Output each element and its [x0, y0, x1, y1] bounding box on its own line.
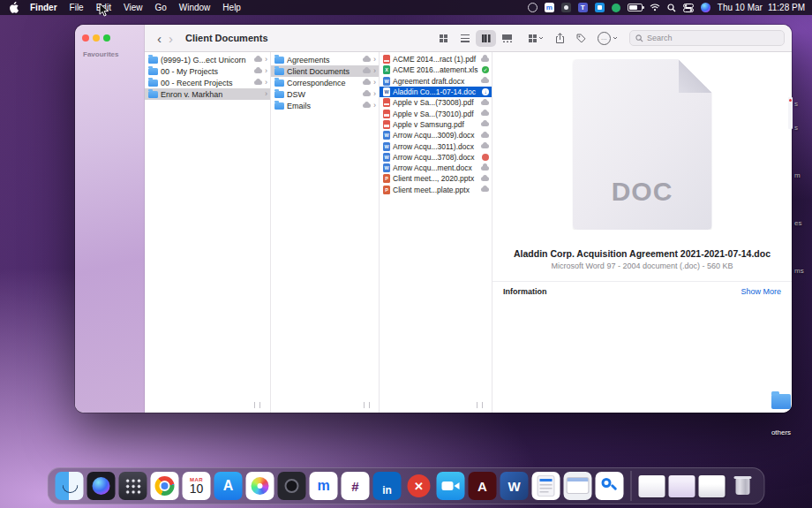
- desktop-folder-others-label[interactable]: others: [757, 428, 805, 436]
- column-resize-handle[interactable]: [477, 402, 483, 408]
- finder-sidebar: Favourites: [75, 25, 145, 413]
- desktop-folder-others-icon[interactable]: [771, 394, 791, 409]
- minimized-window-thumbnail[interactable]: [669, 475, 695, 497]
- show-more-link[interactable]: Show More: [741, 287, 781, 296]
- cloud-status-icon: [481, 177, 489, 181]
- green-app-status-icon[interactable]: [612, 4, 620, 12]
- desktop-icon-partial[interactable]: [788, 97, 793, 129]
- menu-help[interactable]: Help: [216, 0, 247, 15]
- close-button[interactable]: [82, 34, 89, 42]
- file-row[interactable]: Apple v Sa...(73008).pdf: [380, 97, 492, 108]
- menu-finder[interactable]: Finder: [24, 0, 64, 15]
- file-row[interactable]: Apple v Sa...(73010).pdf: [380, 108, 492, 118]
- file-row[interactable]: Apple v Samsung.pdf: [380, 119, 492, 130]
- file-label: Apple v Sa...(73010).pdf: [393, 110, 478, 118]
- finder-dock-icon[interactable]: [56, 472, 84, 500]
- file-row-selected[interactable]: W Aladdin Co...1-07-14.doc ↓: [380, 87, 492, 97]
- folder-row[interactable]: (9999-1) G...ect Unicorn ›: [145, 54, 270, 65]
- screen-record-icon[interactable]: [528, 3, 538, 12]
- photos-dock-icon[interactable]: [246, 472, 274, 500]
- window-app-dock-icon[interactable]: [564, 472, 592, 500]
- column-browser: (9999-1) G...ect Unicorn › 00 - My Proje…: [145, 52, 792, 413]
- file-label: Arrow Acqu...3009).docx: [393, 131, 478, 140]
- folder-row[interactable]: DSW ›: [271, 88, 379, 100]
- file-row[interactable]: P Client meet..., 2020.pptx: [380, 173, 492, 184]
- m-app-dock-icon[interactable]: m: [310, 472, 338, 500]
- sidebar-section-favourites: Favourites: [83, 50, 118, 58]
- view-list-button[interactable]: [455, 30, 475, 47]
- window-title: Client Documents: [185, 33, 268, 43]
- cloud-status-icon: [254, 80, 262, 85]
- apple-menu-icon[interactable]: [9, 2, 19, 13]
- folder-row[interactable]: Emails ›: [271, 100, 379, 111]
- cloud-status-icon: [481, 187, 489, 192]
- siri-icon[interactable]: [701, 3, 710, 12]
- folder-row[interactable]: Agreements ›: [271, 54, 379, 65]
- folder-row-selected[interactable]: Client Documents ›: [271, 65, 379, 77]
- blue-app-status-icon[interactable]: [595, 3, 605, 12]
- folder-row[interactable]: Correspondence ›: [271, 77, 379, 88]
- file-row[interactable]: P Client meet...plate.pptx: [380, 185, 492, 195]
- menu-view[interactable]: View: [117, 0, 149, 15]
- menu-bar-clock[interactable]: Thu 10 Mar 11:28 PM: [718, 3, 805, 12]
- file-row[interactable]: W Agreement draft.docx: [380, 76, 492, 87]
- file-row[interactable]: W Arrow Acqu...3708).docx: [380, 152, 492, 163]
- folder-row-selected[interactable]: Enron v. Markhan ›: [145, 88, 270, 100]
- menu-bar: Finder File Edit View Go Window Help m T: [0, 0, 812, 15]
- chrome-dock-icon[interactable]: [151, 472, 179, 500]
- menu-go[interactable]: Go: [148, 0, 172, 15]
- forward-button[interactable]: ›: [165, 32, 177, 45]
- tags-button[interactable]: [576, 34, 586, 43]
- share-button[interactable]: [555, 33, 565, 44]
- information-label: Information: [503, 287, 547, 296]
- siri-dock-icon[interactable]: [87, 472, 116, 500]
- column-resize-handle[interactable]: [364, 402, 370, 408]
- menu-window[interactable]: Window: [173, 0, 217, 15]
- control-center-icon[interactable]: [683, 4, 694, 12]
- word-file-icon: W: [383, 163, 390, 172]
- word-dock-icon[interactable]: W: [500, 472, 529, 500]
- menu-file[interactable]: File: [64, 0, 90, 15]
- view-gallery-button[interactable]: [497, 30, 517, 47]
- linkedin-dock-icon[interactable]: in: [373, 472, 402, 500]
- minimized-window-thumbnail[interactable]: [699, 475, 726, 497]
- search-app-dock-icon[interactable]: [596, 472, 624, 500]
- calendar-dock-icon[interactable]: MAR 10: [183, 472, 211, 500]
- teams-status-icon[interactable]: T: [578, 3, 588, 12]
- file-row[interactable]: ACME 2014...ract (1).pdf: [380, 54, 492, 64]
- preview-file-meta: Microsoft Word 97 - 2004 document (.doc)…: [552, 262, 733, 270]
- folder-row[interactable]: 00 - My Projects ›: [145, 65, 270, 77]
- launchpad-dock-icon[interactable]: [119, 472, 147, 500]
- document-app-dock-icon[interactable]: [532, 472, 560, 500]
- zoom-dock-icon[interactable]: [437, 472, 465, 500]
- m-app-status-icon[interactable]: m: [545, 3, 554, 12]
- search-input[interactable]: Search: [629, 30, 785, 46]
- app-store-dock-icon[interactable]: A: [214, 472, 243, 500]
- share-icon: [555, 33, 565, 44]
- wifi-icon[interactable]: [650, 4, 660, 11]
- view-icons-button[interactable]: [433, 30, 454, 47]
- back-button[interactable]: ‹: [154, 32, 165, 45]
- minimized-window-thumbnail[interactable]: [639, 475, 665, 497]
- minimize-button[interactable]: [93, 34, 100, 42]
- slack-dock-icon[interactable]: #: [342, 472, 370, 500]
- battery-icon[interactable]: [628, 4, 643, 11]
- desktop-label-fragment: s: [794, 100, 798, 108]
- column-resize-handle[interactable]: [254, 402, 260, 408]
- spotlight-icon[interactable]: [667, 4, 676, 12]
- folder-row[interactable]: 00 - Recent Projects ›: [145, 77, 270, 88]
- zoom-button[interactable]: [103, 34, 110, 42]
- acrobat-dock-icon[interactable]: A: [469, 472, 497, 500]
- file-row[interactable]: W Arrow Acqu...3011).docx: [380, 140, 492, 151]
- red-x-app-dock-icon[interactable]: [405, 472, 433, 500]
- more-actions-button[interactable]: …: [598, 32, 618, 45]
- view-columns-button[interactable]: [476, 30, 496, 47]
- file-row[interactable]: X ACME 2016...atement.xls ✓: [380, 64, 492, 75]
- file-row[interactable]: W Arrow Acqu...ment.docx: [380, 163, 492, 173]
- excel-file-icon: X: [383, 65, 390, 74]
- camera-dock-icon[interactable]: [278, 472, 306, 500]
- group-by-button[interactable]: [529, 34, 544, 42]
- trash-dock-icon[interactable]: [729, 472, 757, 500]
- file-row[interactable]: W Arrow Acqu...3009).docx: [380, 130, 492, 140]
- camera-app-status-icon[interactable]: [561, 3, 571, 12]
